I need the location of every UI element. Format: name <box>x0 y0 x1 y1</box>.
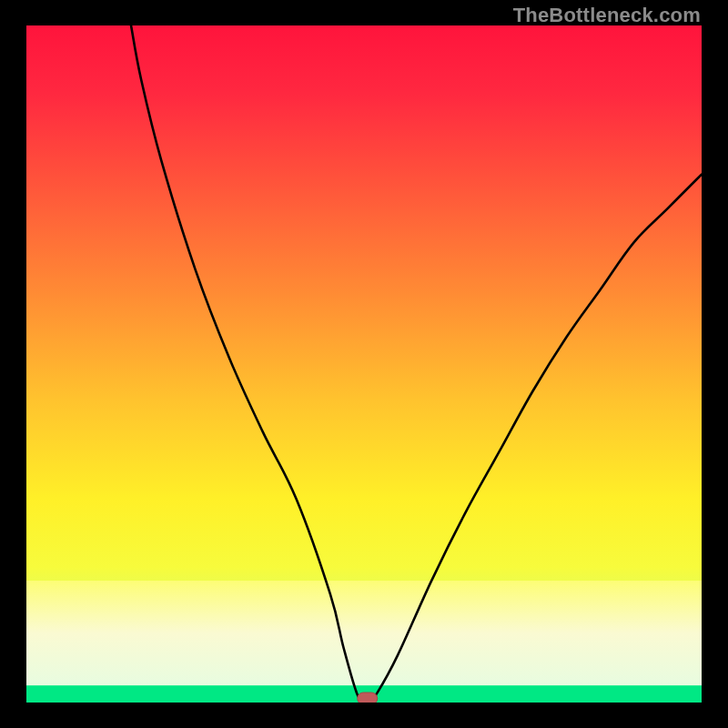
plot-area <box>26 25 702 703</box>
watermark-text: TheBottleneck.com <box>513 4 701 27</box>
pale-band <box>26 581 702 685</box>
optimal-marker <box>358 693 378 703</box>
chart-frame: TheBottleneck.com <box>0 0 728 728</box>
bottleneck-chart <box>26 25 702 703</box>
